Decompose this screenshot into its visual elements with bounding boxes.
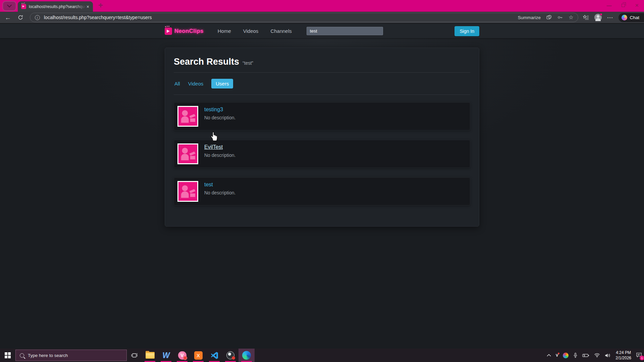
task-view-button[interactable]	[127, 349, 142, 362]
filter-tab-videos[interactable]: Videos	[188, 81, 204, 86]
start-button[interactable]	[0, 349, 15, 362]
user-description: No description.	[204, 153, 235, 158]
close-window-button[interactable]: ×	[635, 2, 639, 8]
taskbar-clock[interactable]: 4:24 PM 2/1/2026	[615, 350, 631, 361]
taskbar-search-box[interactable]: Type here to search	[15, 350, 127, 361]
filter-tab-users-active[interactable]: Users	[211, 79, 233, 88]
volume-icon[interactable]	[605, 353, 611, 358]
toolbar-right: ··· Chat	[583, 13, 639, 22]
search-icon	[20, 353, 24, 358]
favorites-hub-icon[interactable]	[583, 15, 589, 20]
sign-in-button[interactable]: Sign In	[454, 26, 479, 36]
chevron-down-icon	[7, 3, 12, 7]
workspaces-button[interactable]	[2, 1, 16, 11]
w-app-icon: W	[162, 352, 170, 359]
user-results-list: testing3 No description. Ev	[174, 102, 470, 205]
user-avatar	[177, 106, 198, 127]
user-name-link[interactable]: testing3	[204, 107, 223, 113]
user-info: test No description.	[204, 181, 235, 195]
obs-recording-icon	[226, 351, 234, 359]
page-viewport: NeonClips Home Videos Channels Sign In S…	[0, 24, 644, 349]
default-user-icon	[178, 107, 197, 126]
address-bar-actions: Summarize ☆	[518, 15, 574, 20]
taskbar-search-placeholder: Type here to search	[28, 353, 68, 358]
user-avatar	[177, 181, 198, 202]
address-bar[interactable]: i localhost/results.php?searchquery=test…	[30, 13, 578, 22]
divider	[174, 72, 470, 73]
browser-tab[interactable]: localhost/results.php?searchquer ×	[18, 1, 93, 12]
copilot-chat-button[interactable]: Chat	[619, 13, 644, 22]
taskbar-edge-active[interactable]	[238, 349, 255, 362]
site-logo[interactable]: NeonClips	[165, 27, 204, 35]
user-result-card[interactable]: testing3 No description.	[174, 102, 470, 130]
microphone-icon[interactable]	[573, 352, 578, 358]
nav-links: Home Videos Channels	[218, 28, 292, 34]
restore-button[interactable]	[622, 4, 625, 7]
action-center-button[interactable]: 1	[636, 352, 642, 359]
favorite-star-icon[interactable]: ☆	[569, 15, 573, 20]
page-title: Search Results	[174, 57, 239, 67]
user-description: No description.	[204, 115, 235, 120]
task-view-icon	[131, 353, 138, 358]
settings-menu-button[interactable]: ···	[607, 15, 613, 20]
browser-titlebar: localhost/results.php?searchquer × + — ×	[0, 0, 644, 12]
nav-link-home[interactable]: Home	[218, 28, 231, 34]
pink-v-app-icon: V	[178, 351, 186, 360]
user-info: testing3 No description.	[204, 106, 235, 120]
default-user-icon	[178, 182, 197, 201]
taskbar-xampp[interactable]: X	[190, 349, 206, 362]
battery-charging-icon[interactable]	[582, 353, 589, 358]
taskbar-w-app[interactable]: W	[158, 349, 174, 362]
user-name-link[interactable]: test	[204, 182, 213, 188]
url-text[interactable]: localhost/results.php?searchquery=test&t…	[44, 15, 152, 20]
taskbar-obs[interactable]	[222, 349, 238, 362]
profile-badge	[600, 13, 602, 16]
user-description: No description.	[204, 190, 235, 195]
password-key-icon[interactable]	[557, 15, 563, 20]
user-name-link-hovered[interactable]: EvilTest	[204, 144, 223, 150]
user-info: EvilTest No description.	[204, 143, 235, 158]
site-navbar: NeonClips Home Videos Channels Sign In	[0, 24, 644, 38]
filter-tab-all[interactable]: All	[174, 81, 180, 86]
file-explorer-icon	[146, 352, 155, 359]
taskbar-file-explorer[interactable]	[142, 349, 158, 362]
browser-toolbar: ← i localhost/results.php?searchquery=te…	[0, 12, 644, 23]
system-tray: V 4:24 PM 2/1/2026	[547, 349, 644, 362]
result-filters: All Videos Users	[174, 78, 470, 89]
tray-app-icon[interactable]: V	[556, 353, 558, 357]
tab-title: localhost/results.php?searchquer	[29, 4, 86, 9]
color-wheel-icon[interactable]	[563, 353, 569, 358]
copilot-logo-icon	[622, 15, 627, 20]
tab-close-icon[interactable]: ×	[86, 4, 90, 10]
wifi-icon[interactable]	[594, 353, 600, 358]
user-result-card[interactable]: test No description.	[174, 177, 470, 205]
search-query-text: “test”	[243, 60, 253, 66]
nav-link-videos[interactable]: Videos	[243, 28, 259, 34]
user-result-card[interactable]: EvilTest No description.	[174, 140, 470, 168]
windows-taskbar: Type here to search W V X	[0, 349, 644, 362]
clock-date: 2/1/2026	[615, 355, 631, 361]
new-tab-button[interactable]: +	[98, 1, 103, 9]
summarize-button[interactable]: Summarize	[518, 15, 541, 20]
edge-browser-icon	[242, 351, 251, 360]
window-controls: — ×	[606, 0, 639, 11]
site-info-icon[interactable]: i	[35, 15, 40, 20]
minimize-button[interactable]: —	[606, 3, 611, 8]
site-favicon-icon	[21, 4, 26, 9]
back-button[interactable]: ←	[5, 14, 11, 21]
profile-avatar[interactable]	[594, 14, 602, 21]
tray-chevron-up-icon[interactable]	[547, 354, 551, 357]
nav-link-channels[interactable]: Channels	[270, 28, 291, 34]
site-search-input[interactable]	[307, 27, 383, 35]
clock-time: 4:24 PM	[615, 350, 631, 355]
divider	[174, 95, 470, 95]
copilot-discover-icon[interactable]	[546, 15, 552, 20]
neonclips-logo-icon	[165, 27, 172, 35]
notification-count-badge: 1	[640, 356, 644, 360]
brand-name: NeonClips	[174, 28, 204, 35]
search-results-panel: Search Results “test” All Videos Users	[165, 48, 479, 227]
screen: localhost/results.php?searchquer × + — ×…	[0, 0, 644, 362]
taskbar-vscode[interactable]	[206, 349, 222, 362]
refresh-button[interactable]	[18, 15, 23, 20]
taskbar-pink-v-app[interactable]: V	[174, 349, 190, 362]
